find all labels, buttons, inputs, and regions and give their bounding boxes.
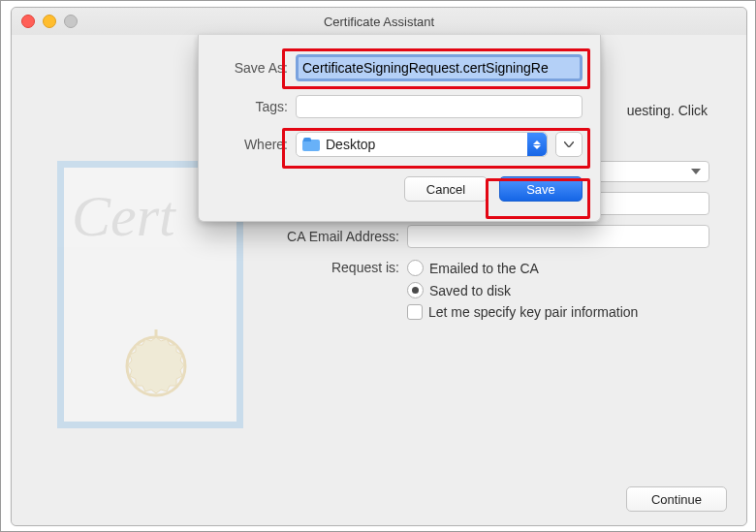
request-is-label: Request is:	[259, 258, 407, 275]
tags-input[interactable]	[296, 95, 583, 118]
continue-label: Continue	[651, 492, 702, 507]
radio-saved-to-disk[interactable]: Saved to disk	[407, 282, 638, 298]
save-sheet: Save As: Tags: Where: Desktop	[198, 35, 601, 222]
continue-button[interactable]: Continue	[626, 486, 727, 512]
cancel-button[interactable]: Cancel	[404, 176, 488, 202]
ca-email-input[interactable]	[407, 225, 709, 248]
radio-icon	[407, 282, 424, 298]
saveas-input[interactable]	[296, 54, 583, 81]
cancel-label: Cancel	[426, 182, 465, 197]
radio-saved-label: Saved to disk	[429, 283, 511, 298]
expand-save-panel-button[interactable]	[555, 132, 583, 157]
background-instruction-fragment: uesting. Click	[627, 103, 708, 118]
minimize-window-button[interactable]	[43, 15, 56, 28]
updown-arrows-icon	[527, 133, 547, 156]
window-title: Certificate Assistant	[12, 15, 746, 29]
tags-label: Tags:	[216, 99, 296, 114]
save-label: Save	[526, 182, 555, 197]
checkbox-keypair-label: Let me specify key pair information	[428, 304, 638, 320]
where-popup[interactable]: Desktop	[296, 132, 548, 157]
checkbox-specify-keypair[interactable]: Let me specify key pair information	[407, 304, 638, 320]
radio-emailed-label: Emailed to the CA	[429, 261, 539, 276]
checkbox-icon	[407, 304, 423, 320]
certificate-assistant-window: Certificate Assistant Cert	[11, 7, 747, 526]
radio-icon	[407, 260, 424, 276]
titlebar: Certificate Assistant	[12, 8, 746, 36]
zoom-window-button[interactable]	[64, 15, 78, 28]
radio-emailed-to-ca[interactable]: Emailed to the CA	[407, 260, 638, 276]
close-window-button[interactable]	[21, 15, 35, 28]
ca-email-label: CA Email Address:	[259, 229, 407, 244]
folder-icon	[302, 138, 320, 151]
svg-text:Cert: Cert	[72, 184, 176, 248]
save-button[interactable]: Save	[499, 176, 583, 202]
window-controls	[21, 15, 78, 28]
where-value: Desktop	[326, 137, 375, 152]
where-label: Where:	[216, 137, 296, 152]
chevron-down-icon	[564, 141, 574, 147]
saveas-label: Save As:	[216, 60, 296, 76]
